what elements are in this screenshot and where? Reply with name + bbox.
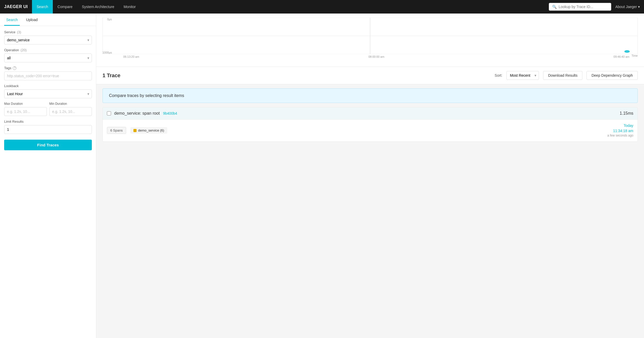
navbar-right: 🔍 About Jaeger ▾ <box>549 3 640 11</box>
trace-item-header: demo_service: span root 9b400b4 1.15ms <box>103 107 637 120</box>
min-duration-col: Min Duration <box>49 102 92 116</box>
data-point[interactable] <box>624 50 630 53</box>
main-content: 0μs 1000μs <box>96 14 644 338</box>
min-duration-label: Min Duration <box>49 102 92 106</box>
navbar: JAEGER UI Search Compare System Architec… <box>0 0 644 14</box>
download-results-button[interactable]: Download Results <box>543 71 582 80</box>
tags-input[interactable] <box>4 72 92 80</box>
x-axis-labels: 06:13:20 am 08:00:00 am 09:46:40 am <box>123 55 629 58</box>
operation-group: Operation (20) all <box>4 48 92 62</box>
limit-label: Limit Results <box>4 120 92 124</box>
service-count: (3) <box>17 30 21 34</box>
service-color-dot <box>133 129 137 132</box>
limit-group: Limit Results <box>4 120 92 134</box>
nav-monitor[interactable]: Monitor <box>119 0 140 14</box>
duration-row: Max Duration Min Duration <box>4 102 92 116</box>
compare-banner: Compare traces by selecting result items <box>102 88 638 103</box>
service-tag-name: demo_service (6) <box>138 128 164 132</box>
sidebar-body: Service (3) demo_service Operation (20) <box>0 26 96 154</box>
service-select[interactable]: demo_service <box>4 36 92 44</box>
sort-select-wrapper: Most Recent <box>506 71 539 80</box>
service-group: Service (3) demo_service <box>4 30 92 44</box>
tab-upload[interactable]: Upload <box>24 14 40 26</box>
spans-badge: 6 Spans <box>107 127 126 134</box>
trace-id: 9b400b4 <box>163 111 177 115</box>
find-traces-button[interactable]: Find Traces <box>4 140 92 150</box>
sort-select[interactable]: Most Recent <box>506 71 539 80</box>
trace-count: 1 Trace <box>102 73 491 79</box>
nav-system-architecture[interactable]: System Architecture <box>77 0 119 14</box>
sidebar-tabs: Search Upload <box>0 14 96 26</box>
tags-help-icon[interactable]: ? <box>13 66 16 70</box>
trace-item-body: 6 Spans demo_service (6) Today 11:34:18 … <box>103 120 637 141</box>
nav-menu: Search Compare System Architecture Monit… <box>32 0 549 14</box>
chart-area: 0μs 1000μs <box>96 14 644 67</box>
trace-time-today: Today <box>607 123 633 128</box>
lookback-select[interactable]: Last Hour <box>4 89 92 98</box>
tab-search[interactable]: Search <box>4 14 20 26</box>
service-select-wrapper: demo_service <box>4 36 92 44</box>
deep-dependency-graph-button[interactable]: Deep Dependency Graph <box>587 71 638 80</box>
trace-lookup-container: 🔍 <box>549 3 611 11</box>
x-label-2: 09:46:40 am <box>614 55 629 58</box>
sidebar: Search Upload Service (3) demo_service <box>0 14 96 338</box>
about-jaeger-label: About Jaeger <box>615 5 637 9</box>
results-header: 1 Trace Sort: Most Recent Download Resul… <box>96 67 644 84</box>
trace-time: Today 11:34:18 am a few seconds ago <box>607 123 633 138</box>
duration-group: Max Duration Min Duration <box>4 102 92 116</box>
operation-select-wrapper: all <box>4 54 92 62</box>
trace-item: demo_service: span root 9b400b4 1.15ms 6… <box>102 107 638 142</box>
max-duration-input[interactable] <box>4 107 47 116</box>
lookback-label: Lookback <box>4 84 92 88</box>
compare-banner-text: Compare traces by selecting result items <box>109 93 184 98</box>
max-duration-label: Max Duration <box>4 102 47 106</box>
trace-time-exact: 11:34:18 am <box>607 128 633 134</box>
trace-duration: 1.15ms <box>620 111 633 116</box>
operation-select[interactable]: all <box>4 54 92 62</box>
max-duration-col: Max Duration <box>4 102 47 116</box>
lookback-group: Lookback Last Hour <box>4 84 92 98</box>
operation-count: (20) <box>21 48 27 52</box>
scatter-chart <box>102 18 638 54</box>
main-layout: Search Upload Service (3) demo_service <box>0 14 644 338</box>
tags-label: Tags ? <box>4 66 92 70</box>
nav-compare[interactable]: Compare <box>53 0 77 14</box>
nav-search[interactable]: Search <box>32 0 53 14</box>
search-icon: 🔍 <box>552 5 557 9</box>
about-jaeger-menu[interactable]: About Jaeger ▾ <box>615 5 640 9</box>
sort-label: Sort: <box>495 73 503 77</box>
brand-logo: JAEGER UI <box>4 4 28 9</box>
trace-service-name: demo_service: span root 9b400b4 <box>114 111 617 116</box>
x-label-1: 08:00:00 am <box>368 55 384 58</box>
trace-lookup-input[interactable] <box>559 5 608 9</box>
trace-list: demo_service: span root 9b400b4 1.15ms 6… <box>96 103 644 146</box>
tags-group: Tags ? <box>4 66 92 80</box>
lookback-select-wrapper: Last Hour <box>4 89 92 98</box>
chevron-down-icon: ▾ <box>638 5 640 9</box>
service-tag: demo_service (6) <box>130 127 167 134</box>
trace-time-ago: a few seconds ago <box>607 133 633 138</box>
service-label: Service (3) <box>4 30 92 34</box>
operation-label: Operation (20) <box>4 48 92 52</box>
x-axis-time-label: Time <box>632 54 638 58</box>
limit-input[interactable] <box>4 125 92 134</box>
x-label-0: 06:13:20 am <box>123 55 139 58</box>
min-duration-input[interactable] <box>49 107 92 116</box>
chart-container: 0μs 1000μs <box>102 18 638 64</box>
trace-select-checkbox[interactable] <box>107 111 111 115</box>
